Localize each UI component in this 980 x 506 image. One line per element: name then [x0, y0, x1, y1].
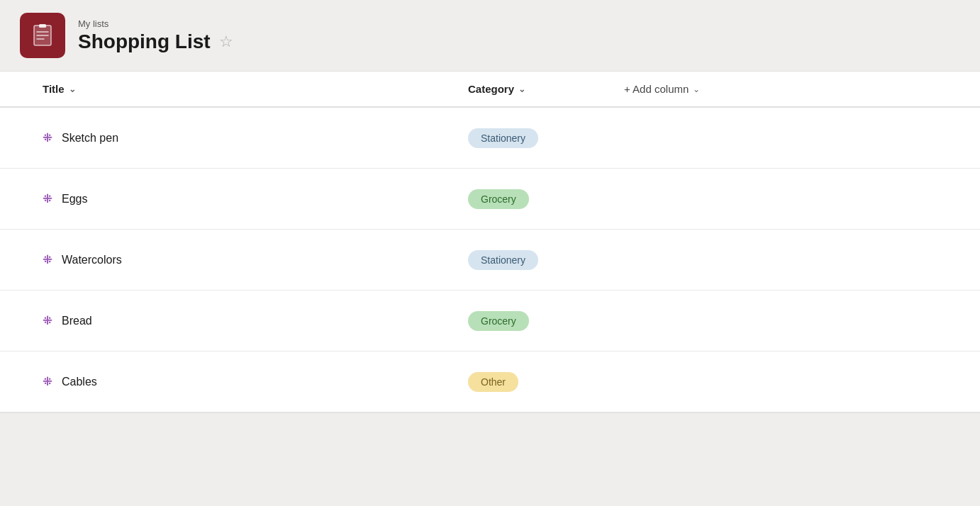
table-rows: ⁜ Sketch pen Stationery ⁜ Eggs Grocery ⁜…	[0, 108, 980, 412]
row-category-cell: Stationery	[468, 128, 624, 148]
title-row: Shopping List ☆	[78, 30, 233, 53]
column-title-label: Title	[43, 83, 65, 95]
table-row[interactable]: ⁜ Cables Other	[0, 352, 980, 412]
row-title-cell: ⁜ Eggs	[43, 193, 468, 206]
row-title-text: Sketch pen	[62, 132, 118, 145]
row-title-cell: ⁜ Sketch pen	[43, 132, 468, 145]
column-header-title[interactable]: Title ⌄	[43, 83, 468, 95]
row-title-text: Bread	[62, 315, 92, 327]
page-title: Shopping List	[78, 30, 211, 53]
category-badge: Grocery	[468, 311, 529, 331]
svg-rect-1	[39, 24, 46, 28]
row-title-text: Watercolors	[62, 254, 122, 266]
add-column-label: + Add column	[624, 83, 689, 95]
drag-handle-icon: ⁜	[43, 376, 52, 388]
breadcrumb: My lists	[78, 18, 233, 29]
column-header-add[interactable]: + Add column ⌄	[624, 83, 980, 95]
page-header: My lists Shopping List ☆	[0, 0, 980, 71]
row-title-cell: ⁜ Cables	[43, 376, 468, 388]
drag-handle-icon: ⁜	[43, 315, 52, 327]
column-header-category[interactable]: Category ⌄	[468, 83, 624, 95]
table-row[interactable]: ⁜ Watercolors Stationery	[0, 230, 980, 291]
app-icon	[20, 13, 65, 58]
column-category-label: Category	[468, 83, 514, 95]
add-column-chevron-icon: ⌄	[693, 84, 700, 94]
row-title-text: Cables	[62, 376, 97, 388]
row-category-cell: Other	[468, 372, 624, 392]
header-text: My lists Shopping List ☆	[78, 18, 233, 53]
row-category-cell: Grocery	[468, 311, 624, 331]
category-badge: Other	[468, 372, 518, 392]
table-row[interactable]: ⁜ Eggs Grocery	[0, 169, 980, 230]
row-title-cell: ⁜ Watercolors	[43, 254, 468, 266]
row-category-cell: Stationery	[468, 250, 624, 270]
row-title-cell: ⁜ Bread	[43, 315, 468, 327]
table-row[interactable]: ⁜ Bread Grocery	[0, 291, 980, 352]
table-row[interactable]: ⁜ Sketch pen Stationery	[0, 108, 980, 169]
row-category-cell: Grocery	[468, 189, 624, 209]
drag-handle-icon: ⁜	[43, 254, 52, 266]
category-sort-icon: ⌄	[518, 84, 525, 94]
category-badge: Stationery	[468, 250, 538, 270]
favorite-star-icon[interactable]: ☆	[219, 34, 233, 50]
category-badge: Stationery	[468, 128, 538, 148]
row-title-text: Eggs	[62, 193, 87, 206]
drag-handle-icon: ⁜	[43, 193, 52, 205]
data-table: Title ⌄ Category ⌄ + Add column ⌄ ⁜ Sket…	[0, 71, 980, 413]
category-badge: Grocery	[468, 189, 529, 209]
title-sort-icon: ⌄	[69, 84, 76, 94]
drag-handle-icon: ⁜	[43, 133, 52, 144]
table-header: Title ⌄ Category ⌄ + Add column ⌄	[0, 72, 980, 108]
